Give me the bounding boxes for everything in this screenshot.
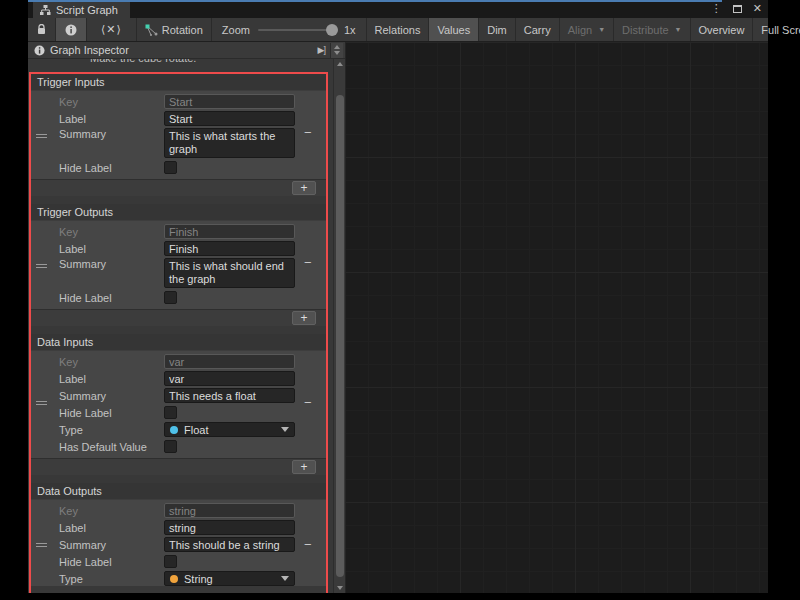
summary-field[interactable] bbox=[164, 537, 295, 552]
section-title: Trigger Outputs bbox=[31, 204, 326, 221]
graph-inspector-header: Graph Inspector ▶] bbox=[28, 42, 345, 59]
chevron-down-icon bbox=[281, 576, 289, 581]
float-type-icon bbox=[170, 426, 178, 434]
dim-button[interactable]: Dim bbox=[479, 18, 516, 41]
drag-handle-icon[interactable] bbox=[36, 541, 47, 549]
label-field[interactable] bbox=[164, 371, 295, 386]
rotation-icon bbox=[145, 24, 158, 36]
label-field[interactable] bbox=[164, 241, 295, 256]
label-label: Label bbox=[59, 373, 164, 385]
script-graph-icon bbox=[40, 5, 51, 15]
key-row: Key bbox=[31, 224, 326, 239]
lock-button[interactable] bbox=[28, 18, 56, 41]
label-row: Label bbox=[31, 371, 326, 386]
full-screen-label: Full Screen bbox=[761, 24, 800, 36]
chevron-down-icon: ▼ bbox=[675, 26, 682, 33]
summary-field[interactable]: This is what should end the graph bbox=[164, 258, 295, 288]
carry-button[interactable]: Carry bbox=[516, 18, 560, 41]
menu-icon[interactable]: ⋮ bbox=[711, 3, 722, 14]
lock-icon bbox=[37, 24, 46, 35]
string-type-icon bbox=[170, 575, 178, 583]
label-field[interactable] bbox=[164, 520, 295, 535]
has-default-value-checkbox[interactable] bbox=[164, 440, 177, 453]
carry-label: Carry bbox=[524, 24, 551, 36]
inspector-scrollbar[interactable] bbox=[333, 59, 345, 593]
variables-button[interactable]: ⟨✕⟩ bbox=[87, 18, 137, 41]
full-screen-button[interactable]: Full Screen bbox=[753, 18, 800, 41]
scrollbar-thumb[interactable] bbox=[336, 95, 344, 577]
chevron-down-icon: ▼ bbox=[598, 26, 605, 33]
scroll-down-icon[interactable] bbox=[337, 586, 343, 590]
zoom-label: Zoom bbox=[222, 24, 250, 36]
hide-label-row: Hide Label bbox=[31, 160, 326, 175]
type-dropdown[interactable]: String bbox=[164, 571, 295, 586]
type-dropdown[interactable]: Float bbox=[164, 422, 295, 437]
section-footer: + bbox=[31, 179, 326, 196]
key-label: Key bbox=[59, 226, 164, 238]
align-dropdown: Align▼ bbox=[560, 18, 614, 41]
label-label: Label bbox=[59, 522, 164, 534]
key-label: Key bbox=[59, 505, 164, 517]
variables-icon: ⟨✕⟩ bbox=[101, 23, 122, 36]
tab-title: Script Graph bbox=[56, 4, 118, 16]
remove-item-button[interactable]: − bbox=[304, 540, 312, 550]
inspector-title: Graph Inspector bbox=[50, 44, 129, 56]
type-value: Float bbox=[184, 424, 208, 436]
summary-field[interactable]: This is what starts the graph bbox=[164, 128, 295, 158]
remove-item-button[interactable]: − bbox=[304, 128, 312, 138]
key-label: Key bbox=[59, 356, 164, 368]
scroll-up-icon[interactable] bbox=[337, 62, 343, 66]
hide-label-checkbox[interactable] bbox=[164, 291, 177, 304]
zoom-slider[interactable] bbox=[258, 29, 336, 31]
info-icon bbox=[65, 24, 77, 36]
summary-label: Summary bbox=[59, 128, 164, 140]
summary-row: Summary − bbox=[31, 388, 326, 403]
panel-spinner[interactable] bbox=[330, 43, 343, 58]
key-row: Key bbox=[31, 94, 326, 109]
key-field bbox=[164, 94, 295, 109]
section-trigger-outputs: Trigger Outputs Key Label Summary This i… bbox=[31, 204, 326, 326]
add-item-button[interactable]: + bbox=[292, 181, 316, 195]
type-label: Type bbox=[59, 424, 164, 436]
hide-label-label: Hide Label bbox=[59, 407, 164, 419]
key-field bbox=[164, 354, 295, 369]
hide-label-checkbox[interactable] bbox=[164, 555, 177, 568]
zoom-value: 1x bbox=[344, 24, 356, 36]
spinner-down-icon bbox=[334, 51, 340, 55]
rotation-button[interactable]: Rotation bbox=[137, 18, 212, 41]
relations-button[interactable]: Relations bbox=[367, 18, 430, 41]
summary-row: Summary This is what starts the graph − bbox=[31, 128, 326, 158]
distribute-label: Distribute bbox=[622, 24, 668, 36]
drag-handle-icon[interactable] bbox=[36, 262, 47, 270]
drag-handle-icon[interactable] bbox=[36, 132, 47, 140]
close-icon[interactable]: ✕ bbox=[753, 3, 762, 14]
summary-label: Summary bbox=[59, 390, 164, 402]
inspector-toggle-button[interactable] bbox=[56, 18, 87, 41]
summary-field[interactable] bbox=[164, 388, 295, 403]
type-label: Type bbox=[59, 573, 164, 585]
zoom-slider-knob[interactable] bbox=[326, 24, 338, 36]
graph-toolbar: ⟨✕⟩ Rotation Zoom 1x Relations Values Di… bbox=[28, 18, 768, 42]
key-label: Key bbox=[59, 96, 164, 108]
hide-label-label: Hide Label bbox=[59, 556, 164, 568]
maximize-icon[interactable] bbox=[733, 5, 742, 13]
tab-script-graph[interactable]: Script Graph bbox=[33, 2, 130, 18]
hide-label-row: Hide Label bbox=[31, 405, 326, 420]
remove-item-button[interactable]: − bbox=[304, 258, 312, 268]
hide-label-checkbox[interactable] bbox=[164, 406, 177, 419]
label-field[interactable] bbox=[164, 111, 295, 126]
summary-row: Summary − bbox=[31, 537, 326, 552]
chevron-down-icon bbox=[281, 427, 289, 432]
values-button[interactable]: Values bbox=[429, 18, 479, 41]
hide-label-row: Hide Label bbox=[31, 554, 326, 569]
add-item-button[interactable]: + bbox=[292, 460, 316, 474]
overview-button[interactable]: Overview bbox=[691, 18, 754, 41]
dock-panel-icon[interactable]: ▶] bbox=[318, 45, 325, 55]
graph-canvas[interactable] bbox=[345, 42, 768, 593]
hide-label-label: Hide Label bbox=[59, 162, 164, 174]
summary-label: Summary bbox=[59, 539, 164, 551]
add-item-button[interactable]: + bbox=[292, 311, 316, 325]
window-controls: ⋮ ✕ bbox=[711, 1, 762, 16]
hide-label-label: Hide Label bbox=[59, 292, 164, 304]
hide-label-checkbox[interactable] bbox=[164, 161, 177, 174]
